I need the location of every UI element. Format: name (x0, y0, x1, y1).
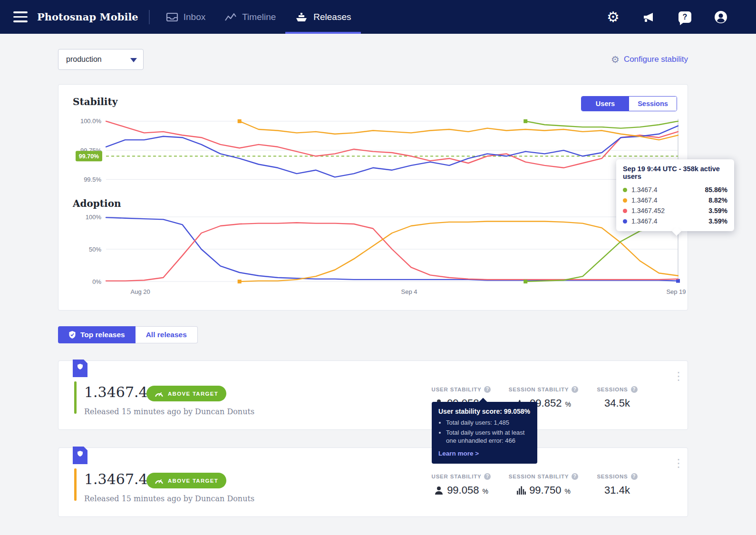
nav-action-icons: ⚙ (607, 10, 756, 24)
series-dot (623, 198, 627, 203)
gear-icon: ⚙ (611, 55, 620, 64)
environment-dropdown[interactable]: production (58, 49, 144, 70)
series-dot (623, 219, 627, 224)
svg-text:100%: 100% (86, 214, 102, 221)
gauge-icon (155, 390, 164, 397)
stability-header: Stability Users Sessions (58, 85, 688, 111)
stat-unit: % (564, 487, 570, 495)
top-releases-button[interactable]: Top releases (58, 326, 136, 343)
release-card: 1.3467.4 ABOVE TARGET Released 15 minute… (58, 360, 688, 430)
sessions-label: SESSIONS (584, 473, 650, 480)
help-icon[interactable] (678, 11, 691, 23)
chevron-down-icon (130, 58, 137, 62)
stat-label-text: USER STABILITY (432, 387, 482, 392)
stat-value-text: 31.4k (604, 484, 630, 496)
hamburger-menu-icon[interactable] (13, 11, 28, 22)
tooltip-row: 1.3467.4 3.59% (623, 216, 727, 226)
stability-chart[interactable]: 100.0%99.75%99.5%99.70% (73, 117, 684, 189)
stability-adoption-card: Stability Users Sessions 100.0%99.75%99.… (58, 84, 688, 311)
series-dot (623, 209, 627, 213)
app-title: Photosnap Mobile (37, 11, 138, 23)
tooltip-title: Sep 19 9:44 UTC - 358k active users (623, 165, 727, 180)
stat-unit: % (482, 487, 488, 495)
series-percent: 85.86% (705, 186, 727, 194)
above-target-badge: ABOVE TARGET (146, 386, 226, 401)
toggle-sessions-button[interactable]: Sessions (629, 97, 677, 111)
tooltip-bullet: Total daily users: 1,485 (446, 418, 531, 427)
svg-text:Sep 4: Sep 4 (401, 288, 417, 295)
settings-gear-icon[interactable]: ⚙ (607, 10, 620, 24)
top-releases-label: Top releases (80, 331, 125, 339)
series-percent: 3.59% (708, 207, 727, 214)
kebab-menu-icon[interactable] (673, 457, 684, 469)
chart-hover-tooltip: Sep 19 9:44 UTC - 358k active users 1.34… (616, 159, 734, 231)
question-icon[interactable] (484, 473, 491, 480)
question-icon[interactable] (484, 386, 491, 393)
question-icon[interactable] (572, 473, 578, 480)
learn-more-link[interactable]: Learn more > (438, 450, 479, 457)
svg-text:100.0%: 100.0% (80, 117, 102, 125)
all-releases-button[interactable]: All releases (136, 326, 198, 343)
release-card: 1.3467.4 ABOVE TARGET Released 15 minute… (58, 447, 688, 517)
sessions-stat: SESSIONS 31.4k (584, 473, 650, 496)
release-version[interactable]: 1.3467.4 (84, 384, 148, 400)
tab-timeline[interactable]: Timeline (215, 0, 285, 34)
configure-stability-label: Configure stability (624, 55, 688, 64)
tooltip-row: 1.3467.452 3.59% (623, 205, 727, 216)
release-accent-bar (74, 381, 77, 414)
tooltip-title: User stability score: 99.058% (438, 408, 531, 415)
timeline-icon (224, 12, 237, 22)
series-percent: 3.59% (708, 217, 727, 225)
configure-stability-link[interactable]: ⚙ Configure stability (611, 55, 688, 64)
stat-value-text: 34.5k (604, 397, 630, 409)
tooltip-row: 1.3467.4 85.86% (623, 185, 727, 195)
announcements-megaphone-icon[interactable] (642, 11, 656, 23)
above-target-badge: ABOVE TARGET (146, 473, 226, 488)
above-target-label: ABOVE TARGET (168, 391, 218, 397)
tab-timeline-label: Timeline (242, 12, 276, 22)
adoption-title: Adoption (73, 198, 688, 209)
question-icon[interactable] (631, 473, 638, 480)
all-releases-label: All releases (146, 331, 187, 339)
stat-label-text: USER STABILITY (432, 474, 482, 479)
tooltip-row: 1.3467.4 8.82% (623, 195, 727, 205)
shield-icon (68, 331, 76, 339)
stat-label-text: SESSIONS (597, 387, 628, 392)
tooltip-bullets: Total daily users: 1,485 Total daily use… (438, 418, 531, 445)
question-icon[interactable] (631, 386, 638, 393)
user-stability-label: USER STABILITY (426, 473, 497, 480)
svg-text:50%: 50% (89, 246, 101, 253)
tab-inbox[interactable]: Inbox (156, 0, 215, 34)
svg-text:99.70%: 99.70% (79, 153, 99, 160)
account-avatar-icon[interactable] (714, 10, 727, 24)
series-dot (623, 188, 627, 192)
question-icon[interactable] (572, 386, 578, 393)
toggle-users-button[interactable]: Users (582, 97, 629, 111)
ship-icon (295, 12, 308, 22)
stat-label-text: SESSION STABILITY (509, 387, 569, 392)
session-stability-label: SESSION STABILITY (508, 386, 579, 393)
release-shield-badge-icon (73, 447, 87, 464)
kebab-menu-icon[interactable] (673, 370, 684, 382)
user-stability-stat: USER STABILITY 99.058 % (426, 473, 497, 496)
release-version[interactable]: 1.3467.4 (84, 471, 148, 487)
equalizer-bars-icon (516, 486, 526, 495)
series-name: 1.3467.452 (631, 207, 665, 214)
top-nav: Photosnap Mobile Inbox Timeline Releases (0, 0, 756, 34)
sessions-stat: SESSIONS 34.5k (584, 386, 650, 409)
users-sessions-toggle: Users Sessions (581, 96, 677, 111)
session-stability-stat: SESSION STABILITY 99.750 % (508, 473, 579, 496)
release-subtitle: Released 15 minutes ago by Duncan Donuts (84, 494, 254, 503)
stat-label-text: SESSION STABILITY (509, 474, 569, 479)
series-percent: 8.82% (708, 196, 727, 204)
series-name: 1.3467.4 (631, 186, 658, 194)
svg-text:Sep 19: Sep 19 (666, 288, 686, 295)
inbox-icon (166, 12, 178, 22)
user-icon (434, 486, 444, 495)
release-accent-bar (74, 468, 77, 501)
release-shield-badge-icon (73, 360, 87, 377)
adoption-chart[interactable]: 100%50%0%Aug 20Sep 4Sep 19 (73, 215, 684, 300)
tab-inbox-label: Inbox (184, 12, 205, 22)
controls-row: production ⚙ Configure stability (58, 49, 688, 70)
tab-releases[interactable]: Releases (285, 0, 360, 34)
